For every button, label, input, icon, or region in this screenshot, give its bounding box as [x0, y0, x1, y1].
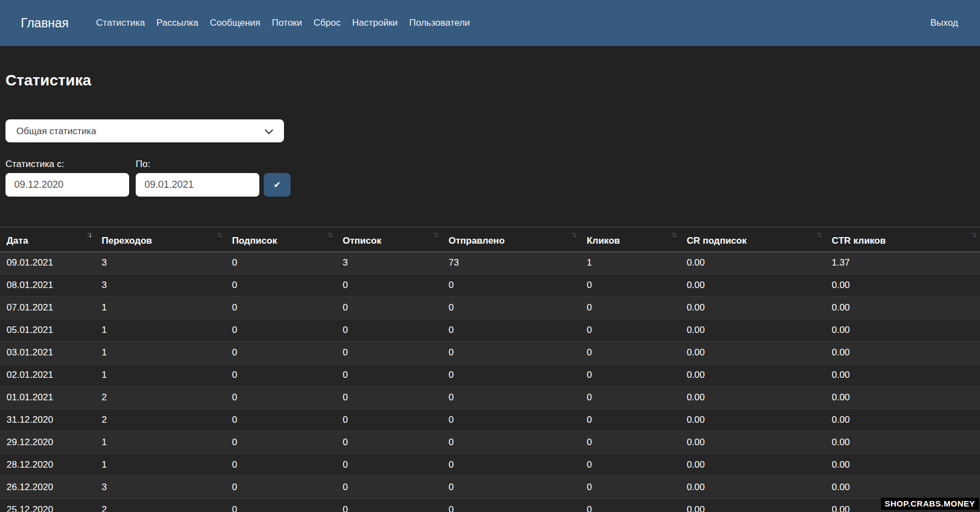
cell-value: 0.00: [825, 409, 980, 432]
cell-value: 0: [225, 274, 336, 297]
cell-value: 0.00: [825, 364, 980, 387]
column-header[interactable]: Отправлено↑↓: [442, 227, 581, 252]
cell-value: 0: [225, 342, 336, 364]
report-type-select[interactable]: Общая статистика: [5, 119, 284, 142]
cell-value: 0: [580, 319, 680, 342]
cell-value: 0: [580, 499, 680, 512]
watermark: SHOP.CRABS.MONEY: [881, 498, 979, 510]
cell-value: 0: [442, 387, 581, 409]
cell-date: 07.01.2021: [0, 297, 95, 319]
cell-value: 0: [225, 387, 336, 409]
table-row: 05.01.2021100000.000.00: [0, 319, 980, 342]
cell-value: 0: [580, 274, 680, 297]
cell-value: 0: [336, 454, 442, 476]
cell-value: 0: [225, 319, 336, 342]
cell-date: 29.12.2020: [0, 432, 95, 454]
column-header[interactable]: Подписок↑↓: [225, 227, 336, 252]
cell-value: 0: [336, 499, 442, 512]
cell-date: 08.01.2021: [0, 274, 95, 297]
date-from-input[interactable]: [5, 173, 129, 197]
nav-brand-home[interactable]: Главная: [21, 16, 69, 31]
cell-value: 1.37: [825, 252, 980, 274]
cell-value: 0.00: [825, 387, 980, 409]
cell-value: 0.00: [825, 297, 980, 319]
cell-value: 0.00: [825, 319, 980, 342]
sort-icon: ↑↓: [816, 230, 821, 239]
cell-value: 0: [442, 364, 581, 387]
cell-date: 25.12.2020: [0, 499, 95, 512]
cell-value: 3: [95, 274, 225, 297]
nav-item[interactable]: Потоки: [272, 18, 302, 28]
nav-item[interactable]: Настройки: [352, 18, 397, 28]
cell-value: 0: [442, 499, 581, 512]
cell-value: 0: [336, 432, 442, 454]
cell-value: 0.00: [680, 454, 825, 476]
sort-icon: ↑↓: [327, 230, 332, 239]
cell-value: 0.00: [680, 432, 825, 454]
column-header-label: Кликов: [587, 235, 620, 246]
column-header[interactable]: Дата↑↓: [0, 227, 95, 252]
cell-value: 0: [580, 297, 680, 319]
date-to-input[interactable]: [136, 173, 259, 197]
nav-item[interactable]: Пользователи: [409, 18, 470, 28]
nav-item[interactable]: Рассылка: [156, 18, 199, 28]
cell-value: 0.00: [680, 342, 825, 364]
column-header-label: CR подписок: [687, 235, 747, 246]
cell-value: 3: [336, 252, 442, 274]
cell-value: 1: [580, 252, 680, 274]
cell-value: 3: [95, 252, 225, 274]
column-header[interactable]: Кликов↑↓: [580, 227, 680, 252]
nav-item[interactable]: Сброс: [314, 18, 340, 28]
column-header-label: Отписок: [343, 235, 381, 246]
cell-value: 0.00: [680, 297, 825, 319]
cell-date: 26.12.2020: [0, 476, 95, 499]
column-header[interactable]: Переходов↑↓: [95, 227, 225, 252]
column-header[interactable]: Отписок↑↓: [336, 227, 442, 252]
apply-filter-button[interactable]: ✔: [264, 173, 291, 197]
nav-item[interactable]: Сообщения: [210, 18, 260, 28]
table-row: 07.01.2021100000.000.00: [0, 297, 980, 319]
cell-value: 0.00: [680, 364, 825, 387]
cell-value: 2: [95, 499, 225, 512]
cell-value: 0.00: [680, 387, 825, 409]
cell-value: 2: [95, 387, 225, 409]
date-filter-row: ✔: [5, 173, 980, 197]
cell-value: 2: [95, 409, 225, 432]
cell-value: 0.00: [680, 499, 825, 512]
cell-value: 0: [225, 364, 336, 387]
cell-value: 1: [95, 432, 225, 454]
column-header-label: Дата: [7, 235, 28, 246]
top-navbar: Главная СтатистикаРассылкаСообщенияПоток…: [0, 0, 980, 46]
cell-value: 0: [225, 454, 336, 476]
cell-value: 0.00: [680, 274, 825, 297]
check-icon: ✔: [274, 180, 281, 190]
column-header[interactable]: CTR кликов↑↓: [825, 227, 980, 252]
table-row: 09.01.20213037310.001.37: [0, 252, 980, 274]
nav-item[interactable]: Статистика: [96, 18, 145, 28]
table-row: 26.12.2020300000.000.00: [0, 476, 980, 499]
cell-value: 0: [225, 297, 336, 319]
cell-date: 03.01.2021: [0, 342, 95, 364]
cell-value: 1: [95, 454, 225, 476]
sort-desc-icon: ↓: [973, 230, 976, 239]
cell-value: 0: [336, 297, 442, 319]
cell-value: 0.00: [680, 319, 825, 342]
cell-value: 0: [580, 342, 680, 364]
column-header[interactable]: CR подписок↑↓: [680, 227, 825, 252]
cell-value: 1: [95, 319, 225, 342]
cell-date: 28.12.2020: [0, 454, 95, 476]
table-row: 03.01.2021100000.000.00: [0, 342, 980, 364]
sort-icon: ↑↓: [433, 230, 438, 239]
sort-desc-icon: ↓: [819, 230, 821, 239]
cell-value: 0: [442, 476, 581, 499]
column-header-label: CTR кликов: [832, 235, 886, 246]
cell-value: 0.00: [825, 432, 980, 454]
sort-icon: ↑↓: [571, 230, 576, 239]
cell-value: 0.00: [825, 274, 980, 297]
nav-logout-link[interactable]: Выход: [930, 18, 958, 28]
sort-icon: ↑↓: [86, 230, 91, 239]
cell-value: 1: [95, 342, 225, 364]
table-row: 02.01.2021100000.000.00: [0, 364, 980, 387]
cell-value: 0: [580, 432, 680, 454]
date-from-label: Статистика с:: [5, 159, 136, 170]
